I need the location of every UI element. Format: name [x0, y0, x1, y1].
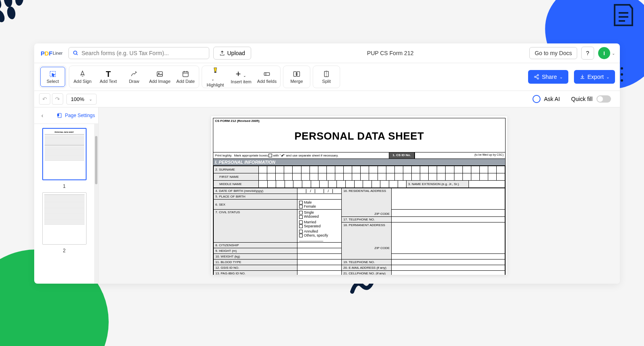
tool-add-image[interactable]: Add Image [147, 67, 172, 87]
quickfill-toggle[interactable] [597, 95, 611, 103]
tool-add-date[interactable]: Add Date [173, 67, 198, 87]
label-firstname: FIRST NAME [214, 173, 259, 181]
page-settings-button[interactable]: Page Settings [57, 113, 95, 118]
page-thumbnail-2[interactable] [42, 192, 87, 245]
form-instruction: Print legibly. Mark appropriate boxes wi… [213, 152, 389, 159]
label-pagibig: 13. PAG-IBIG ID NO. [214, 271, 297, 275]
fields-icon [263, 70, 271, 78]
svg-rect-49 [58, 114, 59, 116]
goto-docs-button[interactable]: Go to my Docs [529, 47, 577, 59]
app-window: PDFLiner Upload PUP CS Form 212 Go to my… [34, 43, 620, 284]
label-email: 20. E-MAIL ADDRESS (if any) [342, 265, 392, 271]
label-civil: 7. CIVIL STATUS [214, 210, 297, 243]
svg-point-3 [0, 8, 6, 23]
tool-add-sign[interactable]: Add Sign [70, 67, 95, 87]
csid-value-field[interactable] [415, 152, 473, 159]
svg-point-14 [621, 73, 623, 76]
ask-ai-button[interactable]: Ask AI [528, 93, 564, 105]
svg-line-47 [536, 77, 537, 78]
highlight-icon: ⌄ [211, 66, 219, 82]
search-box[interactable] [68, 47, 209, 59]
label-gsis: 12. GSIS ID NO. [214, 265, 297, 271]
field-civil[interactable]: SingleWidowed MarriedSeparated AnnulledO… [297, 210, 342, 243]
field-citizenship[interactable] [297, 243, 342, 248]
tool-split[interactable]: Split [314, 67, 339, 87]
field-email[interactable] [392, 265, 505, 271]
svg-point-0 [0, 0, 3, 10]
field-middlename[interactable] [259, 181, 407, 188]
chevron-down-icon: ⌄ [559, 75, 563, 79]
field-weight[interactable] [297, 254, 342, 260]
quickfill-control: Quick fill [567, 94, 615, 104]
svg-point-27 [73, 51, 76, 54]
field-firstname[interactable] [259, 173, 505, 181]
thumbnail-label: 1 [63, 183, 66, 189]
tool-insert-item[interactable]: + ⌄ Insert item [229, 67, 254, 87]
svg-rect-36 [215, 72, 217, 73]
sign-icon [78, 70, 87, 78]
svg-point-31 [158, 73, 159, 74]
svg-line-46 [536, 76, 537, 76]
logo[interactable]: PDFLiner [39, 50, 64, 57]
upload-button[interactable]: Upload [213, 47, 251, 60]
label-sex: 6. SEX [214, 200, 297, 210]
upload-icon [219, 50, 225, 56]
svg-point-4 [6, 6, 16, 20]
tool-merge[interactable]: Merge [284, 67, 309, 87]
field-res-zip[interactable] [392, 210, 505, 217]
redo-button[interactable]: ↷ [52, 93, 63, 105]
field-pagibig[interactable] [297, 271, 342, 275]
svg-point-45 [537, 78, 539, 79]
decoration-blob-top-left [0, 0, 36, 32]
field-blood[interactable] [297, 260, 342, 265]
plus-icon: + ⌄ [236, 70, 247, 78]
collapse-sidebar-button[interactable]: ‹ [37, 111, 47, 120]
zoom-dropdown[interactable]: 100% ⌄ [66, 94, 97, 105]
tool-add-text[interactable]: T Add Text [96, 67, 121, 87]
undo-button[interactable]: ↶ [39, 93, 50, 105]
field-perm-zip[interactable] [392, 254, 505, 260]
search-icon [73, 50, 78, 56]
tool-select[interactable]: Select [40, 67, 65, 87]
tool-draw[interactable]: Draw [122, 67, 147, 87]
section-header-1: I. PERSONAL INFORMATION [213, 159, 505, 166]
field-sex[interactable]: Male Female [297, 200, 342, 210]
label-perm-addr: 18. PERMANENT ADDRESSZIP CODE [342, 222, 392, 260]
field-tel[interactable] [392, 217, 505, 222]
field-pob[interactable] [297, 194, 342, 200]
image-icon [156, 70, 164, 78]
user-menu[interactable]: I ⌄ [598, 47, 615, 59]
field-cell[interactable] [392, 271, 505, 275]
tool-highlight[interactable]: ⌄ Highlight [203, 67, 228, 87]
sidebar-scrollbar[interactable] [94, 124, 98, 284]
svg-point-2 [15, 0, 24, 6]
help-button[interactable]: ? [581, 47, 594, 60]
field-gsis[interactable] [297, 265, 342, 271]
field-tel2[interactable] [392, 260, 505, 265]
share-button[interactable]: Share ⌄ [528, 70, 568, 84]
svg-point-44 [535, 76, 536, 78]
field-dob[interactable]: // [297, 188, 342, 194]
merge-icon [293, 70, 301, 78]
form-revision: CS FORM 212 (Revised 2005) [213, 118, 505, 124]
field-res-addr[interactable] [392, 188, 505, 210]
field-height[interactable] [297, 248, 342, 254]
svg-line-28 [76, 54, 77, 55]
tool-add-fields[interactable]: Add fields [254, 67, 279, 87]
label-tel2: 19. TELEPHONE NO. [342, 260, 392, 265]
form-title: PERSONAL DATA SHEET [213, 124, 505, 152]
chevron-down-icon: ⌄ [606, 75, 609, 79]
field-name-ext[interactable] [469, 181, 505, 188]
field-surname[interactable] [259, 166, 505, 173]
document-canvas[interactable]: CS FORM 212 (Revised 2005) PERSONAL DATA… [99, 107, 620, 284]
svg-point-43 [537, 74, 539, 76]
search-input[interactable] [82, 50, 205, 56]
csid-label: 1. CS ID No. [389, 152, 414, 159]
share-icon [534, 74, 539, 80]
header-bar: PDFLiner Upload PUP CS Form 212 Go to my… [34, 43, 620, 63]
export-button[interactable]: Export ⌄ [574, 70, 615, 84]
label-height: 9. HEIGHT (m) [214, 248, 297, 254]
field-perm-addr[interactable] [392, 222, 505, 254]
download-icon [580, 74, 585, 80]
page-thumbnail-1[interactable]: PERSONAL DATA SHEET [42, 128, 87, 180]
